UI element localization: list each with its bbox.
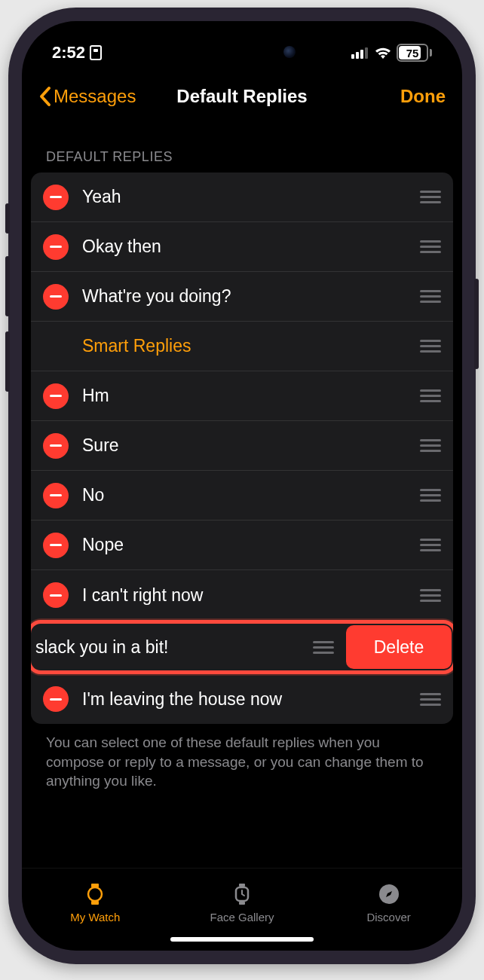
- svg-rect-2: [360, 50, 363, 59]
- done-button[interactable]: Done: [400, 86, 446, 107]
- remove-icon[interactable]: [43, 383, 69, 409]
- tab-label: Discover: [366, 911, 410, 924]
- drag-handle-icon[interactable]: [417, 340, 441, 353]
- reply-text: Yeah: [82, 187, 409, 207]
- reply-text: slack you in a bit!: [35, 637, 239, 658]
- drag-handle-icon[interactable]: [417, 693, 441, 706]
- remove-icon[interactable]: [43, 483, 69, 508]
- reply-row[interactable]: Okay then: [31, 222, 453, 272]
- reply-text: I can't right now: [82, 585, 409, 606]
- remove-icon[interactable]: [43, 433, 69, 459]
- screen: 2:52 75: [22, 21, 462, 951]
- tab-my-watch[interactable]: My Watch: [35, 882, 155, 924]
- reply-row[interactable]: No: [31, 471, 453, 521]
- drag-handle-icon[interactable]: [417, 589, 441, 602]
- front-camera: [283, 46, 296, 58]
- dynamic-island: [178, 36, 306, 68]
- svg-rect-0: [351, 54, 354, 59]
- drag-handle-icon[interactable]: [417, 389, 441, 402]
- watch-icon: [83, 882, 107, 906]
- wifi-icon: [374, 46, 392, 60]
- reply-row[interactable]: Hm: [31, 371, 453, 421]
- watch-face-icon: [230, 882, 254, 906]
- smart-replies-row[interactable]: Smart Replies: [31, 322, 453, 371]
- smart-replies-label: Smart Replies: [82, 336, 409, 356]
- home-indicator[interactable]: [170, 937, 314, 942]
- reply-row[interactable]: What're you doing?: [31, 272, 453, 322]
- drag-handle-icon[interactable]: [417, 290, 441, 303]
- volume-up-button: [5, 256, 10, 316]
- drag-handle-icon[interactable]: [417, 489, 441, 502]
- tab-label: My Watch: [70, 911, 120, 924]
- reply-text: What're you doing?: [82, 286, 409, 307]
- drag-handle-icon[interactable]: [310, 641, 334, 654]
- reply-text: Nope: [82, 535, 409, 555]
- phone-frame: 2:52 75: [8, 8, 476, 964]
- content-area: DEFAULT REPLIES Yeah Okay then What're y…: [22, 119, 462, 868]
- remove-icon[interactable]: [43, 234, 69, 260]
- page-title: Default Replies: [176, 86, 307, 107]
- drag-handle-icon[interactable]: [417, 439, 441, 452]
- highlighted-reply-row: slack you in a bit! Delete: [31, 620, 453, 674]
- reply-text: I'm leaving the house now: [82, 689, 409, 710]
- svg-rect-7: [239, 884, 245, 887]
- reply-text: Hm: [82, 386, 409, 406]
- chevron-left-icon: [38, 86, 52, 107]
- back-button[interactable]: Messages: [38, 86, 136, 107]
- status-time: 2:52: [52, 43, 85, 63]
- reply-row[interactable]: I can't right now: [31, 570, 453, 620]
- svg-point-6: [88, 887, 102, 901]
- svg-rect-1: [356, 52, 359, 59]
- battery-indicator: 75: [397, 44, 432, 62]
- reply-row[interactable]: Yeah: [31, 172, 453, 222]
- reply-text: Sure: [82, 435, 409, 456]
- tab-label: Face Gallery: [210, 911, 274, 924]
- drag-handle-icon[interactable]: [417, 240, 441, 253]
- power-button: [474, 279, 479, 369]
- replies-list: Yeah Okay then What're you doing? Smart …: [31, 172, 453, 724]
- reply-row[interactable]: Nope: [31, 521, 453, 570]
- volume-down-button: [5, 331, 10, 392]
- battery-percentage: 75: [406, 47, 419, 60]
- remove-icon[interactable]: [43, 686, 69, 712]
- svg-rect-3: [365, 47, 368, 59]
- remove-icon[interactable]: [43, 582, 69, 608]
- delete-button[interactable]: Delete: [346, 625, 452, 669]
- section-footer: You can select one of these default repl…: [31, 724, 453, 791]
- compass-icon: [377, 882, 401, 906]
- reply-row[interactable]: Sure: [31, 421, 453, 471]
- navigation-bar: Messages Default Replies Done: [22, 74, 462, 119]
- tab-face-gallery[interactable]: Face Gallery: [182, 882, 302, 924]
- side-button: [5, 203, 10, 234]
- remove-icon[interactable]: [43, 185, 69, 210]
- drag-handle-icon[interactable]: [417, 191, 441, 203]
- remove-icon[interactable]: [43, 284, 69, 310]
- cellular-signal-icon: [351, 47, 369, 59]
- tab-discover[interactable]: Discover: [329, 882, 449, 924]
- svg-rect-8: [239, 902, 245, 905]
- remove-icon[interactable]: [43, 533, 69, 558]
- reply-text: No: [82, 485, 409, 505]
- drag-handle-icon[interactable]: [417, 539, 441, 551]
- reply-row[interactable]: I'm leaving the house now: [31, 674, 453, 724]
- sim-icon: [90, 45, 102, 60]
- back-label: Messages: [54, 86, 136, 107]
- reply-text: Okay then: [82, 237, 409, 257]
- swiped-reply-row[interactable]: slack you in a bit! Delete: [31, 624, 453, 670]
- section-header: DEFAULT REPLIES: [31, 149, 453, 172]
